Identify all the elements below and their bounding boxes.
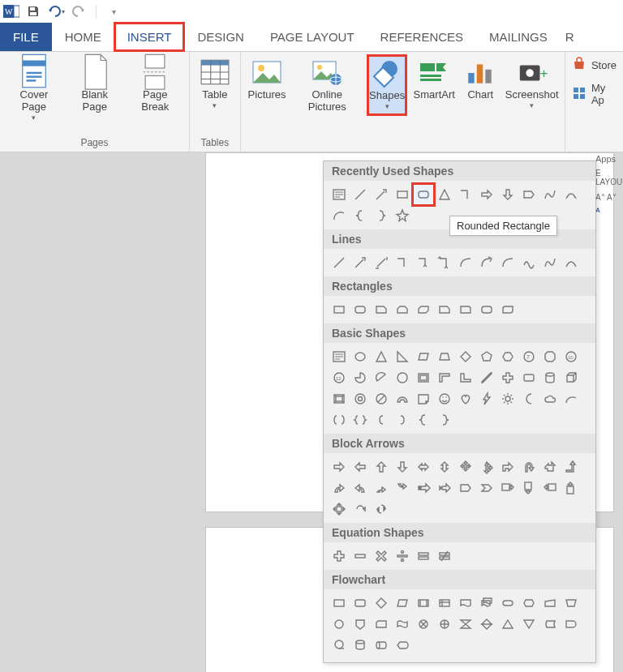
shape-moon[interactable] xyxy=(518,388,539,409)
shape-curve-left[interactable] xyxy=(350,477,371,499)
shape-curve[interactable] xyxy=(561,252,582,273)
shape-isoceles-tri[interactable] xyxy=(434,184,455,205)
shape-triangle[interactable] xyxy=(371,346,392,367)
shape-right-bracket[interactable] xyxy=(392,409,413,430)
tab-references[interactable]: REFERENCES xyxy=(367,23,477,51)
shape-line[interactable] xyxy=(329,252,350,273)
shape-snip-round[interactable] xyxy=(434,299,455,320)
shape-lightning[interactable] xyxy=(476,388,497,409)
shape-left-brace[interactable] xyxy=(350,205,371,226)
shape-double-brace[interactable] xyxy=(350,409,371,430)
shape-delay[interactable] xyxy=(561,614,582,635)
shape-l-shape[interactable] xyxy=(455,367,476,388)
shape-oval[interactable] xyxy=(350,346,371,367)
shape-scribble[interactable] xyxy=(518,252,539,273)
shape-up-arrow[interactable] xyxy=(371,456,392,477)
blank-page-button[interactable]: Blank Page xyxy=(68,55,122,123)
shape-curve-double[interactable] xyxy=(497,252,518,273)
shape-smiley[interactable] xyxy=(434,388,455,409)
shape-arc[interactable] xyxy=(329,205,350,226)
shape-folded[interactable] xyxy=(413,388,434,409)
shape-circular[interactable] xyxy=(350,499,371,520)
shape-seq-access[interactable] xyxy=(329,635,350,656)
shape-right-arrow[interactable] xyxy=(329,456,350,477)
shape-curve-down[interactable] xyxy=(392,477,413,499)
shape-manual-input[interactable] xyxy=(539,593,561,614)
shape-octagon[interactable] xyxy=(539,346,561,367)
shape-prep[interactable] xyxy=(518,593,539,614)
shape-equal[interactable] xyxy=(413,546,434,567)
shape-multidoc[interactable] xyxy=(476,593,497,614)
my-apps-button[interactable]: My Ap xyxy=(572,82,617,106)
shape-freeform[interactable] xyxy=(539,184,561,205)
shape-chord[interactable] xyxy=(371,367,392,388)
shape-manual-op[interactable] xyxy=(561,593,582,614)
shape-multiply[interactable] xyxy=(371,546,392,567)
qat-customize-icon[interactable]: ▾ xyxy=(105,2,122,20)
shape-elbow-double[interactable] xyxy=(434,252,455,273)
shape-direct[interactable] xyxy=(371,635,392,656)
shape-connector[interactable] xyxy=(329,614,350,635)
shape-line[interactable] xyxy=(350,184,371,205)
shape-heart[interactable] xyxy=(455,388,476,409)
shape-internal[interactable] xyxy=(434,593,455,614)
shape-magnetic[interactable] xyxy=(350,635,371,656)
cover-page-button[interactable]: Cover Page ▾ xyxy=(6,55,62,123)
shape-callout-r[interactable] xyxy=(497,477,518,499)
shape-quad[interactable] xyxy=(455,456,476,477)
shape-cloud[interactable] xyxy=(539,388,561,409)
shape-three[interactable] xyxy=(476,456,497,477)
shape-diag-stripe[interactable] xyxy=(476,367,497,388)
shape-stored[interactable] xyxy=(539,614,561,635)
shape-elbow[interactable] xyxy=(455,184,476,205)
shape-card[interactable] xyxy=(371,614,392,635)
shape-document[interactable] xyxy=(455,593,476,614)
table-button[interactable]: Table ▾ xyxy=(196,55,234,111)
shape-plus[interactable] xyxy=(497,367,518,388)
shape-rounded-rectangle[interactable] xyxy=(413,184,434,205)
shape-left-brace[interactable] xyxy=(413,409,434,430)
shape-up-down[interactable] xyxy=(434,456,455,477)
shape-heptagon[interactable]: 7 xyxy=(518,346,539,367)
shape-arc2[interactable] xyxy=(561,388,582,409)
shape-cube[interactable] xyxy=(561,367,582,388)
shape-curve-right[interactable] xyxy=(329,477,350,499)
shape-freeform[interactable] xyxy=(539,252,561,273)
shape-bent[interactable] xyxy=(497,456,518,477)
page-break-button[interactable]: Page Break xyxy=(128,55,183,123)
tab-design[interactable]: DESIGN xyxy=(184,23,257,51)
tab-file[interactable]: FILE xyxy=(0,23,52,51)
shape-process[interactable] xyxy=(329,593,350,614)
shape-elbow[interactable] xyxy=(392,252,413,273)
shape-curve-up[interactable] xyxy=(371,477,392,499)
shape-donut[interactable] xyxy=(350,388,371,409)
shape-striped[interactable] xyxy=(413,477,434,499)
shape-pentagon-reg[interactable] xyxy=(476,346,497,367)
shape-snip-single[interactable] xyxy=(371,299,392,320)
shape-predefined[interactable] xyxy=(413,593,434,614)
shape-decision[interactable] xyxy=(371,593,392,614)
shape-block-arc[interactable] xyxy=(392,388,413,409)
tab-home[interactable]: HOME xyxy=(52,23,114,51)
shape-plus[interactable] xyxy=(329,546,350,567)
shape-tape[interactable] xyxy=(392,614,413,635)
tab-page-layout[interactable]: PAGE LAYOUT xyxy=(257,23,367,51)
undo-icon[interactable]: ▾ xyxy=(47,2,65,20)
shape-parallelogram[interactable] xyxy=(413,346,434,367)
shape-right-brace[interactable] xyxy=(371,205,392,226)
shape-decagon[interactable]: 10 xyxy=(561,346,582,367)
shape-bevel[interactable] xyxy=(329,388,350,409)
shape-chevron[interactable] xyxy=(476,477,497,499)
shape-sun[interactable] xyxy=(497,388,518,409)
shape-curve-conn[interactable] xyxy=(455,252,476,273)
shape-pie[interactable] xyxy=(350,367,371,388)
shape-rectangle[interactable] xyxy=(392,184,413,205)
shape-round-same[interactable] xyxy=(476,299,497,320)
shape-callout-l[interactable] xyxy=(539,477,561,499)
pictures-button[interactable]: Pictures xyxy=(247,55,286,115)
shape-uturn[interactable] xyxy=(518,456,539,477)
shape-hexagon[interactable] xyxy=(497,346,518,367)
shape-curve[interactable] xyxy=(561,184,582,205)
shape-right-brace[interactable] xyxy=(434,409,455,430)
shape-down-arrow[interactable] xyxy=(392,456,413,477)
